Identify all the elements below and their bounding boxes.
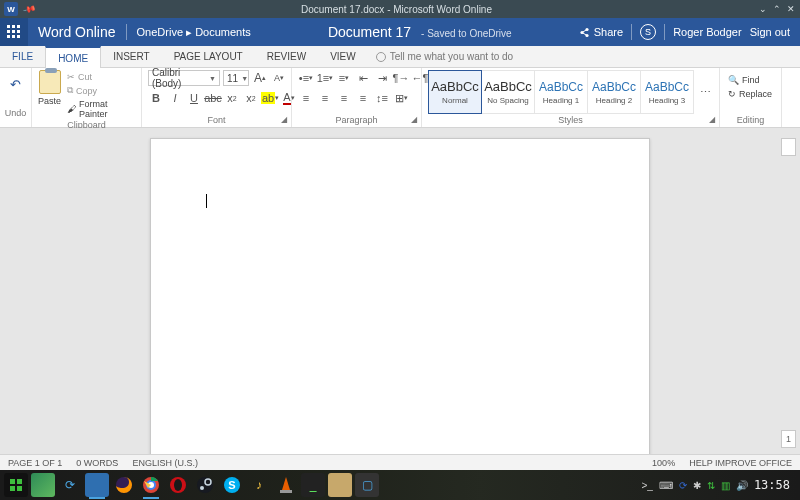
special-indent-button[interactable]: ⊞▾ — [393, 90, 409, 106]
shrink-font-button[interactable]: A▾ — [271, 70, 287, 86]
tray-terminal-icon[interactable]: >_ — [641, 480, 652, 491]
svg-rect-12 — [10, 479, 15, 484]
tab-view[interactable]: VIEW — [318, 46, 368, 67]
status-page[interactable]: PAGE 1 OF 1 — [8, 458, 62, 468]
taskbar-opera-icon[interactable] — [166, 473, 190, 497]
tray-keyboard-icon[interactable]: ⌨ — [659, 480, 673, 491]
tray-cpu-icon[interactable]: ▥ — [721, 480, 730, 491]
svg-rect-13 — [17, 479, 22, 484]
taskbar-steam-icon[interactable] — [193, 473, 217, 497]
help-improve-link[interactable]: HELP IMPROVE OFFICE — [689, 458, 792, 468]
tray-update-icon[interactable]: ⟳ — [679, 480, 687, 491]
multilevel-list-button[interactable]: ≡▾ — [336, 70, 352, 86]
align-left-button[interactable]: ≡ — [298, 90, 314, 106]
maximize-button[interactable]: ⌃ — [772, 4, 782, 14]
tab-home[interactable]: HOME — [45, 46, 101, 68]
document-title[interactable]: Document 17 - Saved to OneDrive — [261, 24, 579, 40]
strikethrough-button[interactable]: abc — [205, 90, 221, 106]
style-preview: AaBbCc — [484, 79, 532, 94]
taskbar-notes-icon[interactable] — [328, 473, 352, 497]
minimize-button[interactable]: ⌄ — [758, 4, 768, 14]
replace-icon: ↻ — [728, 89, 736, 99]
taskbar-music-icon[interactable]: ♪ — [247, 473, 271, 497]
svg-point-24 — [200, 486, 204, 490]
styles-dialog-launcher[interactable]: ◢ — [709, 115, 715, 124]
styles-group-label: Styles — [558, 115, 583, 125]
tell-me-search[interactable]: Tell me what you want to do — [368, 46, 521, 67]
svg-point-21 — [174, 479, 182, 491]
taskbar-vlc-icon[interactable] — [274, 473, 298, 497]
breadcrumb[interactable]: OneDrive ▸ Documents — [127, 26, 261, 39]
bullets-button[interactable]: •≡▾ — [298, 70, 314, 86]
ltr-button[interactable]: ¶→ — [393, 70, 409, 86]
taskbar-firefox-icon[interactable] — [112, 473, 136, 497]
undo-button[interactable]: ↶ — [6, 74, 26, 94]
svg-rect-3 — [7, 30, 10, 33]
copy-button[interactable]: ⧉Copy — [65, 84, 135, 97]
font-name-select[interactable]: Calibri (Body)▼ — [148, 70, 220, 86]
styles-more-button[interactable]: ⋯ — [697, 85, 713, 101]
italic-button[interactable]: I — [167, 90, 183, 106]
page[interactable] — [150, 138, 650, 454]
style-no-spacing[interactable]: AaBbCcNo Spacing — [481, 70, 535, 114]
font-size-select[interactable]: 11▼ — [223, 70, 249, 86]
highlight-button[interactable]: ab▾ — [262, 90, 278, 106]
taskbar-menu-icon[interactable] — [4, 473, 28, 497]
close-button[interactable]: ✕ — [786, 4, 796, 14]
tray-clock[interactable]: 13:58 — [754, 478, 790, 492]
tab-file[interactable]: FILE — [0, 46, 45, 67]
underline-button[interactable]: U — [186, 90, 202, 106]
tray-bluetooth-icon[interactable]: ✱ — [693, 480, 701, 491]
taskbar-screenshot-icon[interactable] — [31, 473, 55, 497]
subscript-button[interactable]: x2 — [224, 90, 240, 106]
font-dialog-launcher[interactable]: ◢ — [281, 115, 287, 124]
status-words[interactable]: 0 WORDS — [76, 458, 118, 468]
style-normal[interactable]: AaBbCcNormal — [428, 70, 482, 114]
tab-review[interactable]: REVIEW — [255, 46, 318, 67]
share-icon — [579, 27, 590, 38]
style-heading-3[interactable]: AaBbCcHeading 3 — [640, 70, 694, 114]
numbering-button[interactable]: 1≡▾ — [317, 70, 333, 86]
cut-button[interactable]: ✂Cut — [65, 71, 135, 83]
svg-rect-27 — [280, 490, 292, 493]
skype-icon[interactable]: S — [640, 24, 656, 40]
share-button[interactable]: Share — [579, 26, 623, 38]
increase-indent-button[interactable]: ⇥ — [374, 70, 390, 86]
taskbar-files-icon[interactable] — [85, 473, 109, 497]
brush-icon: 🖌 — [67, 104, 76, 114]
signout-link[interactable]: Sign out — [750, 26, 790, 38]
status-language[interactable]: ENGLISH (U.S.) — [132, 458, 198, 468]
tab-page-layout[interactable]: PAGE LAYOUT — [162, 46, 255, 67]
taskbar-desktop-icon[interactable]: ⟳ — [58, 473, 82, 497]
status-bar: PAGE 1 OF 1 0 WORDS ENGLISH (U.S.) 100% … — [0, 454, 800, 470]
app-header: Word Online OneDrive ▸ Documents Documen… — [0, 18, 800, 46]
format-painter-button[interactable]: 🖌Format Painter — [65, 98, 135, 120]
style-heading-1[interactable]: AaBbCcHeading 1 — [534, 70, 588, 114]
justify-button[interactable]: ≡ — [355, 90, 371, 106]
brand-label: Word Online — [28, 24, 126, 40]
document-canvas[interactable]: 1 — [0, 128, 800, 454]
tray-volume-icon[interactable]: 🔊 — [736, 480, 748, 491]
paste-button[interactable]: Paste — [38, 70, 61, 106]
find-button[interactable]: 🔍Find — [726, 74, 774, 86]
decrease-indent-button[interactable]: ⇤ — [355, 70, 371, 86]
taskbar-skype-icon[interactable]: S — [220, 473, 244, 497]
bold-button[interactable]: B — [148, 90, 164, 106]
status-zoom[interactable]: 100% — [652, 458, 675, 468]
user-name[interactable]: Roger Bodger — [673, 26, 742, 38]
tab-insert[interactable]: INSERT — [101, 46, 162, 67]
taskbar-terminal-icon[interactable]: _ — [301, 473, 325, 497]
align-right-button[interactable]: ≡ — [336, 90, 352, 106]
taskbar-chrome-icon[interactable] — [139, 473, 163, 497]
scroll-up-button[interactable] — [781, 138, 796, 156]
tray-network-icon[interactable]: ⇅ — [707, 480, 715, 491]
app-launcher-icon[interactable] — [0, 18, 28, 46]
replace-button[interactable]: ↻Replace — [726, 88, 774, 100]
taskbar-monitor-icon[interactable]: ▢ — [355, 473, 379, 497]
style-heading-2[interactable]: AaBbCcHeading 2 — [587, 70, 641, 114]
align-center-button[interactable]: ≡ — [317, 90, 333, 106]
paragraph-dialog-launcher[interactable]: ◢ — [411, 115, 417, 124]
line-spacing-button[interactable]: ↕≡ — [374, 90, 390, 106]
grow-font-button[interactable]: A▴ — [252, 70, 268, 86]
superscript-button[interactable]: x2 — [243, 90, 259, 106]
